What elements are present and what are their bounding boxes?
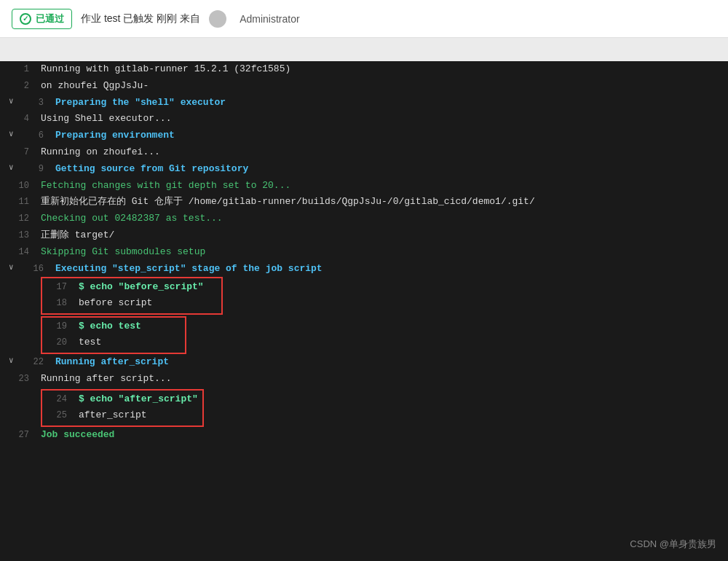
line-num: 23 <box>9 372 29 386</box>
line-num: 19 <box>47 319 67 334</box>
term-line-1: 1 Running with gitlab-runner 15.2.1 (32f… <box>0 61 728 78</box>
term-line-24: 24 $ echo "after_script" <box>47 392 198 408</box>
line-content: Checking out 02482387 as test... <box>41 211 719 227</box>
line-num: 16 <box>23 262 44 276</box>
term-line-19: 19 $ echo test <box>47 319 181 335</box>
line-content: Using Shell executor... <box>41 111 719 127</box>
line-num: 1 <box>9 62 29 76</box>
line-content: test <box>79 335 181 350</box>
status-badge: 已通过 <box>12 9 72 29</box>
chevron-icon[interactable]: ∨ <box>9 262 20 275</box>
term-line-12: 12 Checking out 02482387 as test... <box>0 211 728 227</box>
line-content: 重新初始化已存在的 Git 仓库于 /home/gitlab-runner/bu… <box>41 195 719 210</box>
term-line-7: 7 Running on zhoufei... <box>0 144 728 161</box>
line-content: Running on zhoufei... <box>41 145 719 160</box>
line-content: Preparing environment <box>55 128 719 144</box>
chevron-icon[interactable]: ∨ <box>9 162 20 175</box>
line-num: 6 <box>23 128 44 143</box>
header-bar: 已通过 作业 test 已触发 刚刚 来自 Administrator <box>0 0 728 38</box>
line-num: 12 <box>9 211 29 226</box>
line-num: 17 <box>47 280 67 294</box>
line-content: Running with gitlab-runner 15.2.1 (32fc1… <box>41 62 719 77</box>
line-num: 20 <box>47 335 67 350</box>
term-line-20: 20 test <box>47 335 181 351</box>
line-num: 22 <box>23 355 44 369</box>
line-content: Executing "step_script" stage of the job… <box>55 262 719 277</box>
line-content: $ echo "after_script" <box>79 392 198 407</box>
highlight-block-echo-test: 19 $ echo test 20 test <box>41 316 186 354</box>
chevron-icon[interactable]: ∨ <box>9 95 20 109</box>
highlight-block-before-script: 17 $ echo "before_script" 18 before scri… <box>41 277 223 315</box>
line-content: Running after_script <box>55 355 719 370</box>
line-num: 13 <box>9 228 29 243</box>
line-content: after_script <box>79 408 198 423</box>
admin-label: Administrator <box>240 13 299 25</box>
term-line-18: 18 before script <box>47 296 217 312</box>
line-num: 3 <box>23 95 44 110</box>
line-num: 18 <box>47 296 67 310</box>
line-num: 11 <box>9 195 29 209</box>
line-num: 2 <box>9 79 29 93</box>
line-num: 24 <box>47 392 67 407</box>
line-content: $ echo test <box>79 319 181 334</box>
line-num: 14 <box>9 245 29 259</box>
line-num: 9 <box>23 162 44 176</box>
term-line-9: ∨ 9 Getting source from Git repository <box>0 161 728 178</box>
term-line-4: 4 Using Shell executor... <box>0 111 728 128</box>
term-line-10: 10 Fetching changes with git depth set t… <box>0 178 728 195</box>
term-line-23: 23 Running after script... <box>0 371 728 388</box>
term-line-25: 25 after_script <box>47 408 198 424</box>
term-line-2: 2 on zhoufei QgpJsJu- <box>0 78 728 95</box>
term-line-22: ∨ 22 Running after_script <box>0 354 728 371</box>
chevron-icon[interactable]: ∨ <box>9 355 20 368</box>
terminal: 1 Running with gitlab-runner 15.2.1 (32f… <box>0 61 728 561</box>
chevron-icon[interactable]: ∨ <box>9 128 20 141</box>
line-content: on zhoufei QgpJsJu- <box>41 79 719 94</box>
term-line-11: 11 重新初始化已存在的 Git 仓库于 /home/gitlab-runner… <box>0 194 728 211</box>
job-text: 作业 test 已触发 刚刚 来自 <box>81 12 200 26</box>
line-content: before script <box>79 296 217 311</box>
status-label: 已通过 <box>36 12 64 26</box>
term-line-6: ∨ 6 Preparing environment <box>0 128 728 144</box>
line-content: 正删除 target/ <box>41 228 719 243</box>
line-num: 27 <box>9 428 29 442</box>
line-content: Getting source from Git repository <box>55 162 719 177</box>
line-content: Job succeeded <box>41 428 719 443</box>
term-line-16: ∨ 16 Executing "step_script" stage of th… <box>0 261 728 278</box>
term-line-14: 14 Skipping Git submodules setup <box>0 244 728 261</box>
term-line-13: 13 正删除 target/ <box>0 227 728 244</box>
term-line-27: 27 Job succeeded <box>0 427 728 444</box>
line-content: $ echo "before_script" <box>79 280 217 295</box>
term-line-3: ∨ 3 Preparing the "shell" executor <box>0 95 728 111</box>
line-num: 4 <box>9 111 29 126</box>
line-content: Preparing the "shell" executor <box>55 95 719 111</box>
check-icon <box>20 13 31 25</box>
line-num: 10 <box>9 178 29 193</box>
term-line-17: 17 $ echo "before_script" <box>47 280 217 296</box>
line-content: Running after script... <box>41 372 719 387</box>
watermark: CSDN @单身贵族男 <box>630 537 716 552</box>
separator-bar <box>0 38 728 61</box>
avatar <box>209 10 226 28</box>
line-num: 25 <box>47 408 67 423</box>
highlight-block-after-script: 24 $ echo "after_script" 25 after_script <box>41 389 204 427</box>
line-content: Skipping Git submodules setup <box>41 245 719 260</box>
line-content: Fetching changes with git depth set to 2… <box>41 178 719 194</box>
line-num: 7 <box>9 145 29 160</box>
